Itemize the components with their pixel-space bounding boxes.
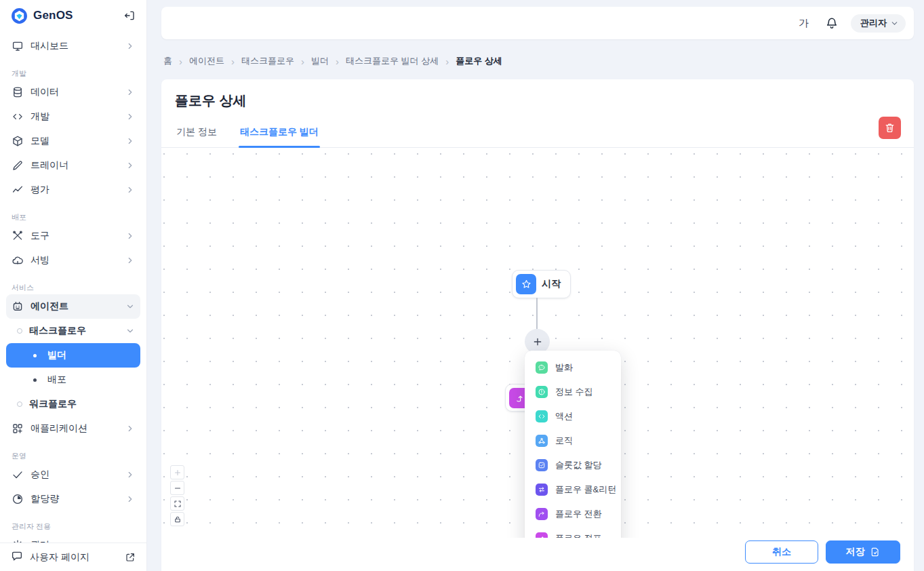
sidebar-item-data[interactable]: 데이터 xyxy=(6,80,140,104)
sidebar-item-trainer[interactable]: 트레이너 xyxy=(6,153,140,178)
canvas-control-zoom-in[interactable] xyxy=(170,465,184,479)
sidebar-item-label: 에이전트 xyxy=(31,300,68,313)
chevron-right-icon xyxy=(125,41,135,51)
sidebar-item-model[interactable]: 모델 xyxy=(6,129,140,153)
canvas-control-fit-view[interactable] xyxy=(170,496,184,511)
sidebar-item-dashboard[interactable]: 대시보드 xyxy=(6,34,140,58)
menu-item-label: 플로우 전환 xyxy=(555,508,602,520)
sidebar-item-admin[interactable]: 관리 xyxy=(6,533,140,543)
sidebar-item-workflow[interactable]: 워크플로우 xyxy=(6,392,140,416)
profile-label: 관리자 xyxy=(860,17,887,29)
language-button[interactable]: 가 xyxy=(795,16,813,31)
sidebar-item-approval[interactable]: 승인 xyxy=(6,462,140,487)
tab-basic-info[interactable]: 기본 정보 xyxy=(175,126,218,147)
menu-item-slot-assign[interactable]: 슬롯값 할당 xyxy=(525,453,621,477)
canvas-control-lock[interactable] xyxy=(170,512,184,526)
dot-bullet-icon xyxy=(33,378,37,382)
breadcrumb-item[interactable]: 에이전트 xyxy=(189,55,224,67)
menu-item-label: 발화 xyxy=(555,361,573,374)
menu-item-logic[interactable]: 로직 xyxy=(525,429,621,453)
save-button[interactable]: 저장 xyxy=(826,540,900,564)
save-doc-icon xyxy=(870,547,881,557)
breadcrumb-separator-icon: › xyxy=(231,56,235,66)
tab-taskflow-builder[interactable]: 태스크플로우 빌더 xyxy=(239,126,320,147)
sidebar: GenOS 대시보드개발데이터개발모델트레이너평가배포도구서빙서비스에이전트태스… xyxy=(0,0,147,571)
code-icon xyxy=(536,410,548,422)
check-icon xyxy=(12,469,24,481)
breadcrumb: 홈›에이전트›태스크플로우›빌더›태스크플로우 빌더 상세›플로우 상세 xyxy=(163,56,914,66)
profile-menu-button[interactable]: 관리자 xyxy=(851,14,906,33)
sidebar-logo-row: GenOS xyxy=(0,0,146,31)
sidebar-item-evaluation[interactable]: 평가 xyxy=(6,178,140,202)
sidebar-item-application[interactable]: 애플리케이션 xyxy=(6,416,140,441)
menu-item-label: 정보 수집 xyxy=(555,386,593,398)
breadcrumb-item[interactable]: 빌더 xyxy=(311,55,329,67)
breadcrumb-separator-icon: › xyxy=(445,56,449,66)
notification-bell-icon[interactable] xyxy=(825,16,839,30)
chevron-right-icon xyxy=(125,185,135,195)
menu-item-action[interactable]: 액션 xyxy=(525,404,621,429)
add-node-menu: 발화정보 수집액션로직슬롯값 할당플로우 콜&리턴플로우 전환플로우 점프 xyxy=(525,351,621,538)
breadcrumb-item[interactable]: 태스크플로우 xyxy=(241,55,294,67)
main-area: 가 관리자 홈›에이전트›태스크플로우›빌더›태스크플로우 빌더 상세›플로우 … xyxy=(147,0,924,571)
start-node[interactable]: 시작 xyxy=(512,270,571,298)
chat-bubble-icon xyxy=(536,361,548,374)
panel-collapse-icon[interactable] xyxy=(122,8,137,23)
chevron-right-icon xyxy=(125,494,135,504)
chat-icon xyxy=(11,550,23,564)
breadcrumb-item[interactable]: 홈 xyxy=(163,55,172,67)
chevron-right-icon xyxy=(125,112,135,121)
menu-item-utterance[interactable]: 발화 xyxy=(525,355,621,380)
database-icon xyxy=(12,86,24,98)
flow-canvas[interactable]: 시작 발화정보 수집액션로직슬롯값 할당플로우 콜&리턴플로우 전환플로우 점프 xyxy=(161,148,914,538)
sidebar-nav: 대시보드개발데이터개발모델트레이너평가배포도구서빙서비스에이전트태스크플로우빌더… xyxy=(0,31,146,543)
cancel-button[interactable]: 취소 xyxy=(745,540,818,564)
start-node-label: 시작 xyxy=(542,278,567,290)
menu-item-flow-switch[interactable]: 플로우 전환 xyxy=(525,502,621,526)
radio-bullet-icon xyxy=(17,328,22,334)
delete-flow-button[interactable] xyxy=(879,117,901,139)
canvas-control-zoom-out[interactable] xyxy=(170,481,184,495)
breadcrumb-separator-icon: › xyxy=(179,56,182,66)
sidebar-item-label: 워크플로우 xyxy=(29,398,77,410)
menu-item-info-collect[interactable]: 정보 수집 xyxy=(525,380,621,404)
network-icon xyxy=(536,435,548,447)
sidebar-item-label: 대시보드 xyxy=(31,40,68,52)
chevron-right-icon xyxy=(125,136,135,146)
chevron-down-icon xyxy=(125,326,135,336)
menu-item-flow-jump[interactable]: 플로우 점프 xyxy=(525,526,621,538)
topbar: 가 관리자 xyxy=(161,7,914,39)
flow-detail-card: 플로우 상세 기본 정보태스크플로우 빌더 시작 발화정보 수집액션로직슬롯값 … xyxy=(161,79,914,571)
sidebar-item-quota[interactable]: 할당량 xyxy=(6,487,140,511)
menu-item-flow-call-return[interactable]: 플로우 콜&리턴 xyxy=(525,477,621,502)
sidebar-item-taskflow[interactable]: 태스크플로우 xyxy=(6,319,140,343)
node-connector-line xyxy=(536,298,538,330)
sidebar-item-label: 도구 xyxy=(31,230,49,242)
sidebar-item-label: 트레이너 xyxy=(31,159,68,172)
menu-item-label: 플로우 점프 xyxy=(555,532,602,538)
breadcrumb-item[interactable]: 태스크플로우 빌더 상세 xyxy=(346,55,439,67)
sidebar-section-label-section-dev: 개발 xyxy=(12,66,140,80)
monitor-icon xyxy=(12,40,24,52)
dot-bullet-icon xyxy=(33,354,37,357)
genos-logo-icon xyxy=(11,7,28,24)
sidebar-item-label: 모델 xyxy=(31,135,49,147)
external-link-icon xyxy=(125,552,136,563)
pencil-icon xyxy=(12,159,24,172)
sidebar-item-tools[interactable]: 도구 xyxy=(6,224,140,248)
chevron-right-icon xyxy=(125,424,135,433)
sidebar-item-agent[interactable]: 에이전트 xyxy=(6,294,140,319)
chevron-down-icon xyxy=(890,19,899,28)
sidebar-item-serving[interactable]: 서빙 xyxy=(6,248,140,273)
breadcrumb-current: 플로우 상세 xyxy=(456,55,502,67)
sidebar-item-builder[interactable]: 빌더 xyxy=(6,343,140,368)
card-head: 플로우 상세 xyxy=(161,79,914,110)
sidebar-item-user-page[interactable]: 사용자 페이지 xyxy=(0,543,146,571)
sidebar-section-label-section-ops: 운영 xyxy=(12,449,140,462)
chevron-right-icon xyxy=(125,256,135,265)
card-footer: 취소 저장 xyxy=(161,538,914,571)
sidebar-item-develop[interactable]: 개발 xyxy=(6,104,140,129)
sidebar-item-deploy[interactable]: 배포 xyxy=(6,368,140,392)
menu-item-label: 로직 xyxy=(555,435,573,447)
save-button-label: 저장 xyxy=(846,546,865,558)
